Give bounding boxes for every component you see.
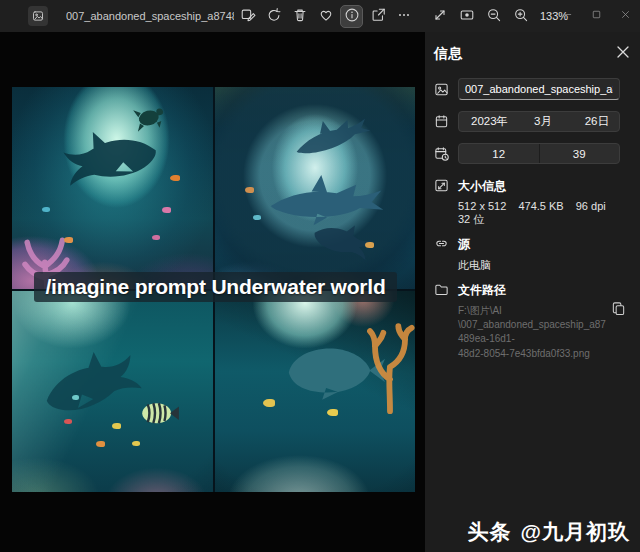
trash-icon: [292, 7, 308, 26]
quadrant-top-left: [12, 87, 213, 289]
titlebar: 007_abandoned_spaceship_a87489ea-16d1-48…: [0, 0, 640, 32]
maximize-icon: [590, 8, 603, 24]
underwater-image[interactable]: /imagine prompt Underwater world: [12, 87, 415, 492]
zoom-in-icon: [513, 7, 529, 26]
fish: [327, 409, 338, 416]
watermark: 头条@九月初玖: [468, 518, 630, 546]
heart-icon: [318, 7, 334, 26]
bit-depth: 32 位: [458, 213, 484, 225]
size-values: 512 x 512 474.5 KB 96 dpi 32 位: [458, 200, 620, 227]
time-row: 12 39: [434, 143, 620, 164]
zoom-out-icon: [486, 7, 502, 26]
info-panel: 信息 2023年 3月 26日 12 39: [425, 32, 640, 552]
toolbar: [236, 4, 415, 28]
delete-button[interactable]: [288, 5, 311, 28]
date-day[interactable]: 26日: [585, 114, 609, 129]
file-path-line: 48d2-8054-7e43bfda0f33.png: [458, 347, 608, 361]
watermark-handle: @九月初玖: [521, 520, 630, 543]
fish: [365, 242, 374, 248]
fish: [152, 235, 160, 240]
favorite-button[interactable]: [314, 5, 337, 28]
fish: [96, 441, 105, 447]
fish: [245, 187, 254, 193]
fit-to-window-icon: [459, 7, 475, 26]
zoom-in-button[interactable]: [509, 5, 532, 28]
minimize-icon: [561, 8, 574, 24]
fish: [170, 175, 180, 181]
copy-path-button[interactable]: [609, 299, 628, 321]
fish: [263, 399, 275, 407]
info-panel-title: 信息: [434, 45, 462, 63]
file-path-line: F:\图片\AI: [458, 304, 608, 318]
shark-silhouette: [287, 105, 381, 168]
more-button[interactable]: [392, 5, 415, 28]
quadrant-bottom-left: [12, 291, 213, 493]
app-icon: [28, 6, 48, 26]
calendar-clock-icon: [434, 146, 449, 161]
edit-image-icon: [240, 7, 256, 26]
size-label: 大小信息: [458, 178, 620, 195]
date-month[interactable]: 3月: [534, 114, 552, 129]
rotate-button[interactable]: [262, 5, 285, 28]
time-hour[interactable]: 12: [459, 144, 539, 163]
minimize-button[interactable]: [553, 0, 582, 32]
size-section: 大小信息 512 x 512 474.5 KB 96 dpi 32 位: [434, 178, 620, 227]
fish: [42, 207, 50, 212]
fish: [72, 395, 79, 400]
source-section: 源 此电脑: [434, 236, 620, 273]
file-path-section: 文件路径 F:\图片\AI \007_abandoned_spaceship_a…: [434, 282, 620, 361]
share-button[interactable]: [366, 5, 389, 28]
zoom-controls: 133%: [428, 4, 568, 28]
photos-app-window: 007_abandoned_spaceship_a87489ea-16d1-48…: [0, 0, 640, 552]
edit-image-button[interactable]: [236, 5, 259, 28]
time-minute[interactable]: 39: [539, 144, 620, 163]
file-path-line: \007_abandoned_spaceship_a87489ea-16d1-: [458, 318, 608, 346]
more-icon: [396, 7, 412, 26]
rotate-icon: [266, 7, 282, 26]
fit-to-window-button[interactable]: [455, 5, 478, 28]
fish: [64, 237, 73, 243]
date-row: 2023年 3月 26日: [434, 111, 620, 132]
info-close-button[interactable]: [613, 42, 633, 65]
fish: [162, 207, 171, 213]
source-label: 源: [458, 236, 491, 253]
share-icon: [370, 7, 386, 26]
fullscreen-icon: [432, 7, 448, 26]
striped-fish: [140, 401, 180, 425]
date-field[interactable]: 2023年 3月 26日: [458, 111, 620, 132]
photo-icon: [434, 82, 449, 97]
close-icon: [619, 8, 632, 24]
zoom-out-button[interactable]: [482, 5, 505, 28]
time-field[interactable]: 12 39: [458, 143, 620, 164]
turtle-silhouette: [127, 99, 173, 136]
watermark-brand: 头条: [468, 520, 512, 543]
prompt-overlay: /imagine prompt Underwater world: [34, 272, 397, 302]
quadrant-top-right: [215, 87, 416, 289]
image-dimensions: 512 x 512: [458, 200, 506, 212]
close-icon: [617, 46, 629, 61]
image-dpi: 96 dpi: [576, 200, 606, 212]
window-title: 007_abandoned_spaceship_a87489ea-16d1-48…: [66, 0, 234, 32]
copy-icon: [611, 304, 626, 319]
calendar-icon: [434, 114, 449, 129]
folder-icon: [434, 282, 449, 361]
window-controls: [553, 0, 640, 32]
fish: [112, 423, 121, 429]
filename-input[interactable]: [458, 78, 620, 100]
close-window-button[interactable]: [611, 0, 640, 32]
fullscreen-button[interactable]: [428, 5, 451, 28]
fish: [253, 215, 261, 220]
file-path-value: F:\图片\AI \007_abandoned_spaceship_a87489…: [458, 304, 608, 361]
source-value: 此电脑: [458, 258, 491, 273]
viewer-canvas: /imagine prompt Underwater world: [0, 32, 425, 552]
date-year[interactable]: 2023年: [471, 114, 508, 129]
quadrant-bottom-right: [215, 291, 416, 493]
filename-row: [434, 78, 620, 100]
file-path-label: 文件路径: [458, 282, 608, 299]
info-icon: [344, 7, 360, 26]
info-button[interactable]: [340, 5, 363, 28]
file-size: 474.5 KB: [518, 200, 563, 212]
maximize-button[interactable]: [582, 0, 611, 32]
link-icon: [434, 236, 449, 273]
fish: [64, 419, 72, 424]
